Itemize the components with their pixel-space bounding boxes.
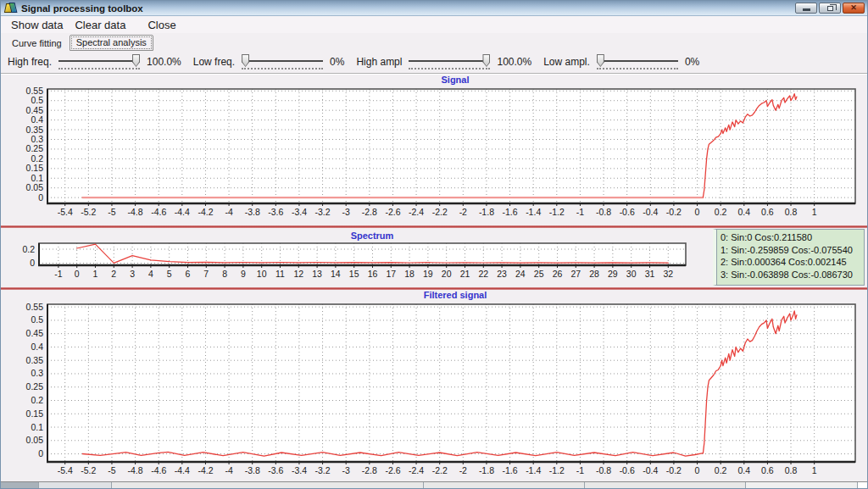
high-freq-slider-group: High freq. 100.0% [8, 53, 181, 70]
svg-text:-1.2: -1.2 [549, 207, 565, 217]
low-ampl-label: Low ampl. [543, 56, 590, 68]
svg-text:1: 1 [93, 269, 98, 279]
svg-text:-3.6: -3.6 [268, 207, 283, 217]
svg-text:18: 18 [404, 269, 415, 279]
svg-text:-3.2: -3.2 [315, 465, 331, 475]
svg-text:7: 7 [203, 269, 209, 279]
svg-text:24: 24 [515, 269, 526, 279]
low-ampl-value: 0% [685, 56, 699, 68]
signal-chart-title: Signal [1, 75, 867, 86]
svg-text:0: 0 [75, 269, 80, 279]
svg-text:-1.2: -1.2 [549, 465, 565, 475]
svg-text:0.5: 0.5 [31, 314, 43, 325]
bottom-partial-row [1, 481, 867, 488]
svg-text:-1.8: -1.8 [479, 207, 494, 217]
svg-text:25: 25 [534, 269, 544, 279]
svg-text:-1: -1 [576, 207, 584, 217]
high-ampl-slider[interactable] [409, 53, 490, 70]
svg-text:-3.4: -3.4 [292, 207, 307, 217]
svg-text:11: 11 [275, 269, 285, 279]
svg-text:0: 0 [30, 258, 35, 268]
menu-clear-data[interactable]: Clear data [70, 18, 131, 32]
svg-text:9: 9 [241, 269, 246, 279]
svg-text:-0.4: -0.4 [643, 465, 658, 475]
svg-text:0.2: 0.2 [715, 465, 727, 475]
high-ampl-value: 100.0% [497, 56, 531, 68]
svg-text:-0.6: -0.6 [620, 207, 635, 217]
svg-text:0.8: 0.8 [785, 465, 798, 475]
tab-spectral-analysis[interactable]: Spectral analysis [70, 35, 153, 51]
restore-button[interactable] [819, 3, 841, 14]
svg-text:13: 13 [312, 269, 322, 279]
menu-close[interactable]: Close [142, 18, 181, 32]
svg-text:1: 1 [812, 207, 817, 217]
svg-text:-4: -4 [225, 207, 232, 217]
filter-toolbar: High freq. 100.0% Low freq. 0% High ampl… [1, 51, 867, 73]
harmonic-2: 2: Sin:0.000364 Cos:0.002145 [721, 256, 860, 269]
svg-text:-0.4: -0.4 [643, 207, 658, 217]
svg-text:-4.6: -4.6 [151, 465, 166, 475]
svg-text:0.35: 0.35 [26, 355, 44, 365]
svg-text:20: 20 [442, 269, 452, 279]
svg-text:0.1: 0.1 [31, 173, 43, 183]
slider-thumb[interactable] [597, 54, 604, 67]
slider-thumb[interactable] [132, 54, 140, 67]
svg-text:0.4: 0.4 [31, 114, 43, 125]
tab-curve-fitting[interactable]: Curve fitting [6, 36, 68, 51]
svg-text:-2.6: -2.6 [385, 207, 400, 217]
slider-thumb[interactable] [482, 54, 490, 67]
svg-text:0.6: 0.6 [761, 465, 774, 475]
low-freq-slider[interactable] [242, 53, 323, 70]
menu-show-data[interactable]: Show data [6, 18, 68, 32]
svg-text:-1.8: -1.8 [479, 465, 494, 475]
svg-text:-1: -1 [54, 269, 62, 279]
close-button[interactable]: ✕ [843, 3, 865, 14]
svg-text:15: 15 [349, 269, 359, 279]
svg-text:0.4: 0.4 [737, 207, 750, 217]
svg-text:-0.2: -0.2 [666, 207, 682, 217]
svg-text:30: 30 [626, 269, 637, 279]
svg-text:-5.4: -5.4 [58, 465, 73, 475]
svg-text:-0.8: -0.8 [596, 207, 611, 217]
svg-text:-5: -5 [108, 207, 115, 217]
svg-text:0.5: 0.5 [31, 95, 43, 105]
harmonic-0: 0: Sin:0 Cos:0.211580 [721, 231, 860, 244]
high-freq-slider[interactable] [58, 53, 140, 70]
svg-text:-2.4: -2.4 [409, 207, 424, 217]
svg-text:14: 14 [331, 269, 341, 279]
svg-text:-1: -1 [576, 465, 584, 475]
svg-text:3: 3 [130, 269, 135, 279]
filtered-signal-chart: -5.4-5.2-5-4.8-4.6-4.4-4.2-4-3.8-3.6-3.4… [1, 301, 860, 481]
svg-text:-3.2: -3.2 [315, 207, 331, 217]
harmonic-3: 3: Sin:-0.063898 Cos:-0.086730 [721, 269, 860, 281]
svg-text:28: 28 [589, 269, 599, 279]
svg-text:0.2: 0.2 [31, 153, 43, 164]
title-bar: Signal processing toolbox ✕ [1, 1, 867, 16]
svg-text:-2.8: -2.8 [362, 465, 377, 475]
svg-text:0.05: 0.05 [26, 182, 44, 192]
svg-text:-2.6: -2.6 [385, 465, 400, 475]
slider-thumb[interactable] [242, 54, 249, 67]
svg-text:-2.4: -2.4 [409, 465, 424, 475]
svg-text:6: 6 [186, 269, 191, 279]
app-window: Signal processing toolbox ✕ Show data Cl… [0, 0, 868, 489]
filtered-chart-title: Filtered signal [1, 290, 867, 301]
minimize-button[interactable] [795, 3, 817, 14]
svg-text:0.25: 0.25 [26, 143, 44, 153]
svg-text:-4.8: -4.8 [128, 207, 143, 217]
svg-text:-3.8: -3.8 [245, 465, 260, 475]
svg-text:-4.8: -4.8 [128, 465, 143, 475]
low-ampl-slider[interactable] [597, 53, 678, 70]
close-icon: ✕ [850, 4, 857, 12]
svg-text:-4.2: -4.2 [198, 465, 213, 475]
svg-text:0: 0 [695, 207, 700, 217]
svg-text:-3: -3 [342, 207, 350, 217]
svg-text:-5.2: -5.2 [81, 207, 96, 217]
harmonics-listbox[interactable]: 0: Sin:0 Cos:0.211580 1: Sin:-0.259859 C… [713, 229, 865, 286]
svg-text:17: 17 [386, 269, 396, 279]
svg-text:-3.8: -3.8 [245, 207, 260, 217]
svg-text:-5: -5 [108, 465, 115, 475]
svg-text:0.2: 0.2 [22, 244, 35, 254]
svg-text:-0.2: -0.2 [666, 465, 682, 475]
high-freq-value: 100.0% [147, 56, 181, 68]
